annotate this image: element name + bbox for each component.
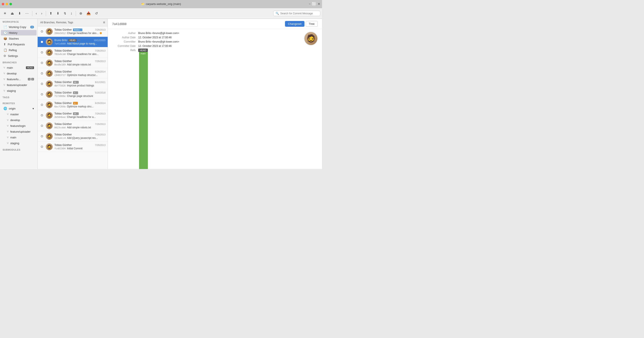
commit-item-1[interactable]: 🧔 Bruno Brito HEAD 10/12/2023 7a41d880 A… — [38, 37, 108, 47]
commit-item-0[interactable]: 🧔 Tobias Günther featur... 7/26/2013 206… — [38, 26, 108, 37]
sidebar-item-staging[interactable]: ⑂ staging — [1, 88, 36, 94]
commit-item-2[interactable]: 🧔 Tobias Günther 7/26/2013 782e0cb8 Chan… — [38, 47, 108, 58]
discard-button[interactable]: ↺ — [93, 10, 100, 17]
minimize-button[interactable] — [6, 3, 8, 5]
remote-master-label: master — [10, 113, 34, 116]
commit-list-menu-button[interactable]: ≡ — [103, 20, 105, 24]
commit-author-row-1: Bruno Brito HEAD 10/12/2023 — [54, 39, 106, 42]
sidebar-item-working-copy[interactable]: 📄 Working Copy 1 — [1, 24, 36, 30]
commit-item-7[interactable]: 🧔 Tobias Günther v... 6/26/2014 6bcf266b… — [38, 100, 108, 110]
tree-button[interactable]: Tree — [306, 21, 318, 27]
sidebar-item-stashes[interactable]: 📦 Stashes — [1, 36, 36, 41]
rebase-button[interactable]: ↕ — [69, 10, 74, 17]
submodules-section: Submodules — [0, 147, 38, 152]
stash-button[interactable]: 📥 — [85, 10, 92, 17]
sidebar-item-develop[interactable]: ⑂ develop — [1, 70, 36, 76]
commit-detail-id: 7a41d880 — [112, 22, 126, 26]
commit-item-11[interactable]: 🧔 Tobias Günther 7/26/2013 fcd61994 Init… — [38, 142, 108, 152]
committer-date-label: Committer Date — [112, 44, 136, 48]
graph-col-0 — [40, 30, 44, 32]
commit-item-4[interactable]: 🧔 Tobias Günther 6/26/2014 c0403f1f Opti… — [38, 68, 108, 79]
sidebar-item-origin-staging[interactable]: ⑂ staging — [1, 140, 36, 146]
commit-author-row-8: Tobias Günther or... 7/26/2013 — [54, 112, 106, 115]
meta-author-date: Author Date 12. October 2023 at 17:00:46 — [112, 36, 300, 39]
sidebar-item-history[interactable]: 🕐 History — [1, 30, 36, 36]
sidebar-item-feature-uploader[interactable]: ⑂ feature/uploader — [1, 82, 36, 88]
graph-col-9 — [40, 125, 44, 127]
toolbar-fetch-button[interactable]: ⬇ — [16, 10, 23, 17]
sidebar-item-origin-develop[interactable]: ⑂ develop — [1, 117, 36, 123]
sidebar-item-settings[interactable]: ⚙ Settings — [1, 53, 36, 58]
commit-item-8[interactable]: 🧔 Tobias Günther or... 7/26/2013 2b504be… — [38, 110, 108, 121]
search-box: 🔍 — [273, 11, 320, 16]
working-copy-badge: 1 — [30, 26, 34, 28]
toolbar-separator-2 — [46, 11, 46, 16]
commit-avatar-10: 🧔 — [46, 133, 53, 140]
square-button[interactable]: ⬜ — [312, 2, 316, 6]
avatar-img-7: 🧔 — [46, 102, 53, 108]
commit-item-10[interactable]: 🧔 Tobias Günther 7/26/2013 113adcc4 Add … — [38, 131, 108, 142]
sidebar-item-origin-main[interactable]: ⑂ main — [1, 134, 36, 140]
maximize-button[interactable] — [10, 3, 12, 5]
avatar-img-11: 🧔 — [46, 143, 53, 150]
commit-item-3[interactable]: 🧔 Tobias Günther 7/26/2013 0ea9e169 Add … — [38, 58, 108, 68]
merge-button[interactable]: ↯ — [62, 10, 68, 17]
commit-item-6[interactable]: 🧔 Tobias Günther x... 5/16/2018 7173808e… — [38, 89, 108, 100]
toolbar-back-button[interactable]: ☀ — [2, 10, 8, 17]
commit-hash-8: 2b504bee — [54, 116, 66, 118]
meta-committer: Committer Bruno Brito <bruno@git-tower.c… — [112, 40, 300, 43]
toolbar-eject-button[interactable]: ⏏ — [9, 10, 16, 17]
commit-author-4: Tobias Günther — [54, 70, 72, 73]
main-area: Workspace 📄 Working Copy 1 🕐 History 📦 S… — [0, 19, 322, 169]
commit-button[interactable]: ⊕ — [78, 10, 84, 17]
minus-button[interactable]: − — [309, 2, 311, 6]
sidebar-item-feature-lo[interactable]: ⑂ feature/lo... 1 2 — [1, 76, 36, 82]
avatar-img-0: 🧔 — [46, 28, 53, 35]
commit-date-2: 7/26/2013 — [95, 50, 106, 52]
sidebar-item-pull-requests[interactable]: ⬆ Pull Requests — [1, 42, 36, 47]
settings-label: Settings — [8, 54, 34, 58]
sidebar-item-main[interactable]: ⑂ main HEAD — [1, 65, 36, 70]
commit-author-row-7: Tobias Günther v... 6/26/2014 — [54, 102, 106, 104]
avatar-img-2: 🧔 — [46, 49, 53, 56]
author-date-value: 12. October 2023 at 17:00:46 — [138, 36, 172, 39]
commit-author-row-0: Tobias Günther featur... 7/26/2013 — [54, 28, 106, 31]
window-controls[interactable] — [2, 3, 12, 5]
nav-forward-button[interactable]: › — [39, 10, 44, 17]
settings-icon: ⚙ — [4, 54, 6, 58]
remote-staging-icon: ⑂ — [7, 142, 8, 145]
close-button[interactable] — [2, 3, 4, 5]
nav-back-button[interactable]: ‹ — [34, 10, 38, 17]
gray-tag-8: or... — [73, 112, 79, 115]
commit-hash-row-7: 6bcf266b Optimize markup stru... — [54, 105, 106, 108]
commit-hash-row-0: 206b5012 Change headlines for abo... — [54, 32, 106, 35]
commit-date-1: 10/12/2023 — [94, 39, 106, 42]
window-right-buttons[interactable]: − ⬜ ✕ — [309, 2, 320, 6]
toolbar-branch-button[interactable]: ⋯ — [24, 10, 30, 17]
x-button[interactable]: ✕ — [318, 2, 320, 6]
changeset-button[interactable]: Changeset — [285, 21, 304, 27]
sidebar-item-origin[interactable]: 🌐 origin ▾ — [1, 106, 36, 111]
feature-lo-badges: 1 2 — [28, 78, 34, 80]
commit-author-row-11: Tobias Günther 7/26/2013 — [54, 144, 106, 146]
sidebar-item-reflog[interactable]: 📋 Reflog — [1, 47, 36, 53]
sidebar-item-origin-master[interactable]: ⑂ master — [1, 112, 36, 117]
commit-hash-row-1: 7a41d880 Add About page to navig... — [54, 42, 106, 45]
graph-col-5 — [40, 83, 44, 85]
commit-info-9: Tobias Günther 7/26/2013 0023cddd Add si… — [54, 122, 106, 129]
search-input[interactable] — [280, 12, 318, 15]
toolbar-separator-3 — [76, 11, 76, 16]
sidebar-item-origin-feature-uploader[interactable]: ⑂ feature/uploader — [1, 129, 36, 134]
commit-list-title: All Branches, Remotes, Tags — [40, 21, 73, 24]
commit-msg-5: Improve product listings — [67, 84, 94, 87]
commit-item-5[interactable]: 🧔 Tobias Günther or... 8/12/2021 dbf7582… — [38, 79, 108, 89]
commit-item-9[interactable]: 🧔 Tobias Günther 7/26/2013 0023cddd Add … — [38, 121, 108, 131]
push-button[interactable]: ⬇ — [55, 10, 61, 17]
author-date-label: Author Date — [112, 36, 136, 39]
branch-feature-uploader-icon: ⑂ — [4, 83, 5, 87]
pull-button[interactable]: ⬆ — [48, 10, 54, 17]
commit-hash-2: 782e0cb8 — [54, 53, 66, 56]
sidebar-item-origin-feature-login[interactable]: ⑂ feature/login — [1, 123, 36, 128]
commit-info-5: Tobias Günther or... 8/12/2021 dbf75826 … — [54, 81, 106, 87]
folder-icon: 📁 — [141, 2, 144, 6]
